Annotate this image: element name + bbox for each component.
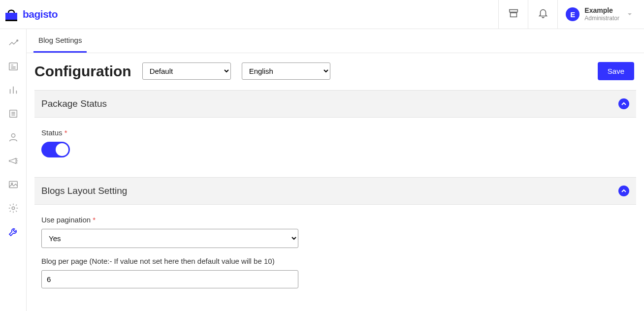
- svg-rect-4: [9, 63, 17, 70]
- sidebar-item-configure[interactable]: [7, 227, 19, 239]
- section-title: Package Status: [41, 98, 107, 109]
- sidebar-item-content[interactable]: [7, 180, 19, 191]
- chevron-up-icon: [618, 98, 629, 109]
- svg-point-18: [12, 207, 15, 210]
- user-icon: [8, 132, 19, 145]
- blog-per-page-label: Blog per page (Note:- If value not set h…: [41, 257, 629, 265]
- user-name: Example: [584, 6, 619, 15]
- image-icon: [8, 179, 19, 192]
- status-label: Status *: [41, 128, 629, 137]
- news-icon: [8, 61, 19, 74]
- notifications-button[interactable]: [528, 0, 557, 29]
- analytics-icon: [8, 37, 19, 50]
- bars-icon: [8, 85, 19, 97]
- section-title: Blogs Layout Setting: [41, 186, 127, 196]
- chevron-down-icon: [627, 10, 632, 19]
- page-header: Configuration Default English Save: [27, 53, 644, 90]
- storefront-icon: [508, 8, 519, 21]
- list-icon: [8, 108, 19, 121]
- svg-rect-1: [5, 20, 17, 21]
- sidebar-item-cms[interactable]: [7, 109, 19, 121]
- sidebar-item-sales[interactable]: [7, 85, 19, 97]
- blog-per-page-input[interactable]: [41, 270, 298, 288]
- sidebar-item-catalog[interactable]: [7, 62, 19, 73]
- brand-name: bagisto: [23, 8, 58, 20]
- save-button[interactable]: Save: [598, 62, 634, 80]
- section-package-status: Package Status Status *: [34, 90, 636, 177]
- sidebar-item-settings[interactable]: [7, 203, 19, 215]
- channel-select[interactable]: Default: [142, 62, 231, 80]
- storefront-button[interactable]: [498, 0, 528, 29]
- bag-icon: [4, 7, 19, 22]
- locale-select[interactable]: English: [242, 62, 330, 80]
- app-header: bagisto E Example Administrator: [0, 0, 644, 29]
- svg-point-15: [11, 134, 15, 137]
- sidebar: [0, 29, 27, 311]
- megaphone-icon: [8, 156, 19, 168]
- avatar: E: [566, 7, 580, 21]
- page-title: Configuration: [34, 63, 131, 80]
- tab-blog-settings[interactable]: Blog Settings: [33, 29, 87, 53]
- wrench-icon: [7, 226, 19, 240]
- svg-rect-0: [5, 13, 17, 21]
- sidebar-item-customers[interactable]: [7, 132, 19, 144]
- status-toggle[interactable]: [41, 142, 70, 157]
- accordion-header[interactable]: Blogs Layout Setting: [34, 177, 636, 205]
- sidebar-item-dashboard[interactable]: [7, 38, 19, 50]
- sidebar-item-marketing[interactable]: [7, 156, 19, 168]
- user-role: Administrator: [584, 15, 619, 22]
- gear-icon: [8, 203, 19, 216]
- accordion-header[interactable]: Package Status: [34, 90, 636, 118]
- main-content: Blog Settings Configuration Default Engl…: [27, 29, 644, 311]
- user-menu[interactable]: E Example Administrator: [557, 0, 640, 29]
- section-blogs-layout: Blogs Layout Setting Use pagination * Ye…: [34, 177, 636, 308]
- brand-logo[interactable]: bagisto: [4, 7, 58, 22]
- svg-rect-2: [510, 13, 516, 17]
- use-pagination-label: Use pagination *: [41, 216, 629, 224]
- chevron-up-icon: [618, 186, 629, 196]
- tab-bar: Blog Settings: [27, 29, 644, 53]
- use-pagination-select[interactable]: Yes: [41, 229, 298, 248]
- svg-point-3: [16, 40, 18, 41]
- bell-icon: [538, 8, 548, 21]
